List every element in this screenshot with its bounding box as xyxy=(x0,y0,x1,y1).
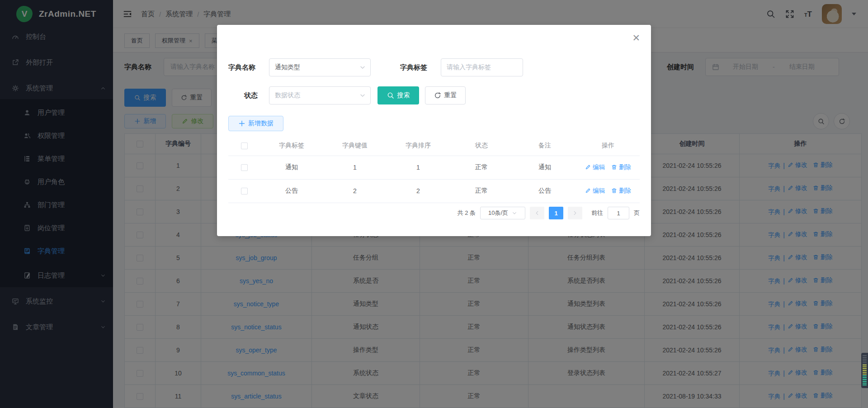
column-header: 操作 xyxy=(576,136,640,156)
pencil-icon xyxy=(585,188,591,194)
row-edit-link[interactable]: 编辑 xyxy=(585,163,605,171)
dialog-dict-name-select[interactable]: 通知类型 xyxy=(269,58,371,76)
page-number-button[interactable]: 1 xyxy=(549,207,563,219)
dict-data-dialog: ✕ 字典名称 通知类型 字典标签 请输入字典标签 状态 数据状态 搜索 重置 新… xyxy=(217,25,651,236)
dict-value-cell: 1 xyxy=(323,156,387,179)
search-icon xyxy=(387,92,394,99)
dialog-pagination: 共 2 条 10条/页 1 前往 1 页 xyxy=(458,206,640,220)
row-checkbox-cell xyxy=(228,156,260,179)
stripe-teal xyxy=(863,375,867,386)
dialog-dict-label-placeholder: 请输入字典标签 xyxy=(447,63,491,71)
row-edit-link[interactable]: 编辑 xyxy=(585,187,605,195)
row-checkbox[interactable] xyxy=(241,188,248,195)
row-checkbox-cell xyxy=(228,179,260,203)
page-size-value: 10条/页 xyxy=(488,209,508,217)
chevron-left-icon xyxy=(534,210,540,216)
row-delete-link[interactable]: 删除 xyxy=(611,187,631,195)
op-cell: 编辑删除 xyxy=(576,179,640,203)
pagination-total: 共 2 条 xyxy=(458,209,476,217)
dialog-table-row: 通知11正常通知编辑删除 xyxy=(228,156,640,179)
column-header: 字典标签 xyxy=(260,136,323,156)
dict-label-cell: 公告 xyxy=(260,179,323,203)
goto-page-input[interactable]: 1 xyxy=(608,207,629,219)
chevron-down-icon xyxy=(359,92,366,99)
chevron-down-icon xyxy=(512,210,517,216)
column-header: 字典排序 xyxy=(387,136,450,156)
dict-data-table: 字典标签字典键值字典排序状态备注操作通知11正常通知编辑删除公告22正常公告编辑… xyxy=(228,136,640,203)
column-header: 字典键值 xyxy=(323,136,387,156)
prev-page-button[interactable] xyxy=(530,207,544,219)
dialog-reset-button[interactable]: 重置 xyxy=(425,86,466,104)
column-header: 状态 xyxy=(450,136,513,156)
chevron-right-icon xyxy=(572,210,578,216)
dialog-reset-button-label: 重置 xyxy=(444,91,457,100)
dict-sort-cell: 2 xyxy=(387,179,450,203)
plus-icon xyxy=(238,120,245,127)
dialog-dict-label-input[interactable]: 请输入字典标签 xyxy=(441,58,523,76)
dialog-status-placeholder: 数据状态 xyxy=(275,91,300,100)
goto-label: 前往 xyxy=(591,209,603,217)
trash-icon xyxy=(611,188,617,194)
column-header: 备注 xyxy=(513,136,576,156)
dialog-add-data-button[interactable]: 新增数据 xyxy=(228,116,283,131)
dict-sort-cell: 1 xyxy=(387,156,450,179)
refresh-icon xyxy=(434,92,441,99)
status-cell: 正常 xyxy=(450,156,513,179)
select-all-checkbox[interactable] xyxy=(241,142,248,149)
dialog-search-button[interactable]: 搜索 xyxy=(377,86,419,104)
dialog-table-row: 公告22正常公告编辑删除 xyxy=(228,179,640,203)
remark-cell: 公告 xyxy=(513,179,576,203)
chevron-down-icon xyxy=(359,64,366,71)
status-cell: 正常 xyxy=(450,179,513,203)
row-delete-link[interactable]: 删除 xyxy=(611,163,631,171)
dialog-dict-label-label: 字典标签 xyxy=(400,58,427,76)
row-checkbox[interactable] xyxy=(241,164,248,171)
dialog-add-data-label: 新增数据 xyxy=(248,119,274,128)
app-root: V ZrAdmin.NET 控制台外部打开系统管理用户管理权限管理菜单管理用户角… xyxy=(0,0,868,408)
scrollbar-thumb-widget[interactable] xyxy=(861,353,868,388)
stripe-gray xyxy=(863,355,867,365)
dialog-dict-name-value: 通知类型 xyxy=(275,63,300,71)
op-cell: 编辑删除 xyxy=(576,156,640,179)
select-all-header xyxy=(228,136,260,156)
next-page-button[interactable] xyxy=(568,207,582,219)
dialog-status-select[interactable]: 数据状态 xyxy=(269,86,371,104)
dict-value-cell: 2 xyxy=(323,179,387,203)
dialog-dict-name-label: 字典名称 xyxy=(228,58,255,76)
dict-label-cell: 通知 xyxy=(260,156,323,179)
dialog-status-label: 状态 xyxy=(244,86,258,104)
dialog-table-header-row: 字典标签字典键值字典排序状态备注操作 xyxy=(228,136,640,156)
page-size-select[interactable]: 10条/页 xyxy=(480,207,525,219)
pencil-icon xyxy=(585,164,591,170)
remark-cell: 通知 xyxy=(513,156,576,179)
dialog-search-button-label: 搜索 xyxy=(397,91,410,100)
stripe-yellow xyxy=(863,365,867,375)
close-icon[interactable]: ✕ xyxy=(632,33,640,43)
trash-icon xyxy=(611,164,617,170)
goto-suffix: 页 xyxy=(634,209,640,217)
